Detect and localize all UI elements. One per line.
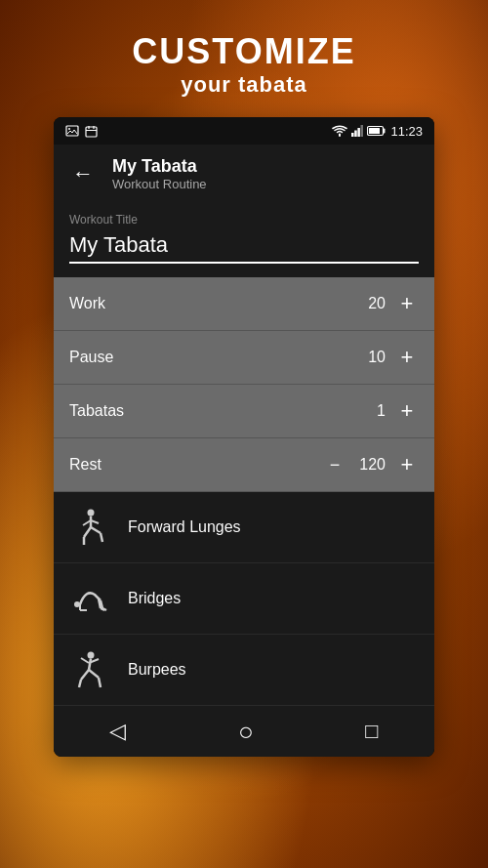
navigation-bar: ◁ ○ □ <box>54 706 434 757</box>
setting-controls-pause: 10 + <box>356 345 419 370</box>
back-button[interactable]: ← <box>69 161 97 186</box>
calendar-icon <box>85 125 98 138</box>
wifi-icon <box>332 125 347 137</box>
setting-label-rest: Rest <box>69 456 102 474</box>
svg-rect-6 <box>351 133 354 137</box>
phone-frame: 11:23 ← My Tabata Workout Routine Workou… <box>54 117 434 757</box>
setting-row-tabatas: Tabatas 1 + <box>54 385 434 438</box>
setting-plus-tabatas[interactable]: + <box>395 398 419 424</box>
nav-back-button[interactable]: ◁ <box>90 715 145 748</box>
app-bar-title: My Tabata <box>112 156 207 177</box>
setting-plus-pause[interactable]: + <box>395 345 419 370</box>
setting-value-work: 20 <box>356 295 386 312</box>
app-bar: ← My Tabata Workout Routine <box>54 145 434 203</box>
svg-line-34 <box>99 678 101 687</box>
nav-home-button[interactable]: ○ <box>219 713 273 751</box>
exercise-icon-bridges <box>69 577 112 620</box>
svg-rect-11 <box>369 128 380 134</box>
svg-point-27 <box>88 652 95 659</box>
workout-title-section: Workout Title <box>54 203 434 277</box>
setting-value-rest: 120 <box>356 456 386 474</box>
svg-rect-2 <box>86 127 97 137</box>
svg-line-19 <box>101 533 102 542</box>
exercise-name-burpees: Burpees <box>128 661 186 679</box>
exercise-row-burpees[interactable]: Burpees <box>54 635 434 706</box>
signal-icon <box>351 125 363 137</box>
exercise-icon-burpees <box>69 648 112 691</box>
svg-line-18 <box>91 527 101 533</box>
exercise-name-bridges: Bridges <box>128 590 181 607</box>
svg-rect-8 <box>358 128 361 137</box>
header-title: CUSTOMIZE <box>0 31 488 72</box>
setting-row-rest: Rest − 120 + <box>54 438 434 492</box>
setting-label-tabatas: Tabatas <box>69 402 124 420</box>
svg-line-16 <box>84 527 91 537</box>
header-section: CUSTOMIZE your tabata <box>0 0 488 117</box>
exercises-section: Forward Lunges <box>54 492 434 706</box>
setting-label-pause: Pause <box>69 349 113 366</box>
svg-line-32 <box>79 680 81 687</box>
setting-label-work: Work <box>69 295 105 312</box>
image-icon <box>65 125 79 137</box>
svg-point-1 <box>68 128 70 130</box>
svg-point-12 <box>88 510 95 517</box>
setting-row-work: Work 20 + <box>54 277 434 331</box>
app-bar-titles: My Tabata Workout Routine <box>112 156 207 191</box>
nav-recents-button[interactable]: □ <box>346 715 397 748</box>
setting-minus-rest[interactable]: − <box>323 455 346 475</box>
svg-rect-9 <box>361 125 364 137</box>
svg-line-33 <box>89 670 99 678</box>
setting-plus-rest[interactable]: + <box>395 452 419 477</box>
exercise-row-bridges[interactable]: Bridges <box>54 563 434 635</box>
status-bar: 11:23 <box>54 117 434 145</box>
workout-title-label: Workout Title <box>69 213 419 227</box>
workout-title-input[interactable] <box>69 232 419 264</box>
svg-line-31 <box>81 670 89 680</box>
status-right-icons: 11:23 <box>332 124 423 139</box>
setting-controls-tabatas: 1 + <box>356 398 419 424</box>
exercise-icon-forward-lunges <box>69 506 112 549</box>
app-bar-subtitle: Workout Routine <box>112 177 207 191</box>
svg-rect-0 <box>66 126 78 136</box>
clock: 11:23 <box>390 124 423 139</box>
svg-line-29 <box>81 658 89 663</box>
header-subtitle: your tabata <box>0 72 488 98</box>
setting-controls-work: 20 + <box>356 291 419 316</box>
battery-icon <box>367 125 386 137</box>
status-left-icons <box>65 125 98 138</box>
setting-value-tabatas: 1 <box>356 402 386 420</box>
setting-plus-work[interactable]: + <box>395 291 419 316</box>
svg-line-28 <box>89 659 91 671</box>
exercise-row-forward-lunges[interactable]: Forward Lunges <box>54 492 434 563</box>
setting-value-pause: 10 <box>356 349 386 366</box>
setting-row-pause: Pause 10 + <box>54 331 434 385</box>
setting-controls-rest: − 120 + <box>323 452 419 477</box>
exercise-name-forward-lunges: Forward Lunges <box>128 518 241 536</box>
svg-rect-7 <box>355 131 358 138</box>
settings-section: Work 20 + Pause 10 + Tabatas 1 + Rest <box>54 277 434 492</box>
